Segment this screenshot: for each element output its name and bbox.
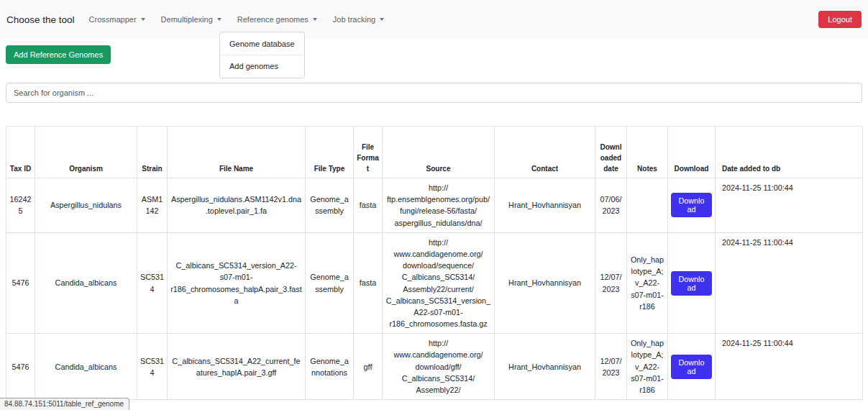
cell-file-name: C_albicans_SC5314_version_A22-s07-m01-r1… xyxy=(168,232,306,334)
caret-down-icon xyxy=(313,18,317,21)
logout-button[interactable]: Logout xyxy=(818,11,862,28)
cell-organism: Aspergillus_nidulans xyxy=(35,178,137,233)
cell-file-format: fasta xyxy=(354,232,383,334)
nav-item-crossmapper[interactable]: Crossmapper xyxy=(89,15,145,24)
dropdown-item-add-genomes[interactable]: Add genomes xyxy=(220,58,304,74)
cell-contact: Hrant_Hovhannisyan xyxy=(495,232,595,334)
caret-down-icon xyxy=(141,18,145,21)
nav-item-label: Reference genomes xyxy=(237,15,309,24)
main-content: Add Reference Genomes Tax IDOrganismStra… xyxy=(0,39,868,400)
caret-down-icon xyxy=(217,18,221,21)
table-body: 162425Aspergillus_nidulansASM1142Aspergi… xyxy=(6,178,863,400)
column-header-file-type: File Type xyxy=(306,127,354,178)
cell-date-added: 2024-11-25 11:00:44 xyxy=(716,178,863,233)
reference-genomes-table: Tax IDOrganismStrainFile NameFile TypeFi… xyxy=(6,126,863,400)
download-button[interactable]: Download xyxy=(671,355,712,379)
column-header-downloaded-date: Downloaded date xyxy=(595,127,627,178)
nav-item-job-tracking[interactable]: Job tracking xyxy=(333,15,384,24)
table-row: 162425Aspergillus_nidulansASM1142Aspergi… xyxy=(6,178,863,233)
cell-tax-id: 162425 xyxy=(6,178,35,233)
column-header-tax-id: Tax ID xyxy=(6,127,35,178)
cell-strain: SC5314 xyxy=(137,232,168,334)
caret-down-icon xyxy=(380,18,384,21)
column-header-date-added: Date added to db xyxy=(716,127,863,178)
column-header-file-format: File Format xyxy=(354,127,383,178)
app-brand: Choose the tool xyxy=(6,14,75,25)
nav-item-label: Crossmapper xyxy=(89,15,137,24)
cell-date-added: 2024-11-25 11:00:44 xyxy=(716,334,863,400)
cell-download: Download xyxy=(668,334,716,400)
cell-tax-id: 5476 xyxy=(6,232,35,334)
top-navbar: Choose the tool Crossmapper Demultiplexi… xyxy=(0,0,868,39)
cell-file-type: Genome_assembly xyxy=(306,232,354,334)
cell-contact: Hrant_Hovhannisyan xyxy=(495,178,595,233)
cell-notes: Only_haplotype_A;v_A22-s07-m01-r186 xyxy=(627,334,668,400)
cell-source: http:/​/​www.candidagenome.org/​download… xyxy=(383,334,495,400)
table-row: 5476Candida_albicansSC5314C_albicans_SC5… xyxy=(6,232,863,334)
cell-downloaded-date: 07/06/2023 xyxy=(595,178,627,233)
cell-file-name: C_albicans_SC5314_A22_current_features_h… xyxy=(168,334,306,400)
cell-download: Download xyxy=(668,178,716,233)
cell-downloaded-date: 12/07/2023 xyxy=(595,232,627,334)
column-header-source: Source xyxy=(383,127,495,178)
column-header-download: Download xyxy=(668,127,716,178)
nav-item-reference-genomes[interactable]: Reference genomes xyxy=(237,15,317,24)
cell-download: Download xyxy=(668,232,716,334)
table-header-row: Tax IDOrganismStrainFile NameFile TypeFi… xyxy=(6,127,863,178)
cell-file-type: Genome_assembly xyxy=(306,178,354,233)
cell-tax-id: 5476 xyxy=(6,334,35,400)
dropdown-item-genome-database[interactable]: Genome database xyxy=(220,36,304,52)
cell-notes xyxy=(627,178,668,233)
dropdown-divider xyxy=(220,55,304,55)
cell-contact: Hrant_Hovhannisyan xyxy=(495,334,595,400)
cell-downloaded-date: 12/07/2023 xyxy=(595,334,627,400)
cell-source: http:/​/​ftp.ensemblgenomes.org/​pub/​fu… xyxy=(383,178,495,233)
nav-item-label: Demultiplexing xyxy=(161,15,213,24)
search-input[interactable] xyxy=(6,83,862,103)
add-reference-genomes-button[interactable]: Add Reference Genomes xyxy=(6,45,111,64)
column-header-notes: Notes xyxy=(627,127,668,178)
status-bar-link-preview: 84.88.74.151:5011/table_ref_genome xyxy=(0,398,129,410)
nav-item-label: Job tracking xyxy=(333,15,375,24)
cell-organism: Candida_albicans xyxy=(35,232,137,334)
cell-date-added: 2024-11-25 11:00:44 xyxy=(716,232,863,334)
column-header-file-name: File Name xyxy=(168,127,306,178)
download-button[interactable]: Download xyxy=(671,271,712,296)
cell-organism: Candida_albicans xyxy=(35,334,137,400)
column-header-contact: Contact xyxy=(495,127,595,178)
reference-genomes-dropdown: Genome database Add genomes xyxy=(219,32,305,78)
cell-file-name: Aspergillus_nidulans.ASM1142v1.dna.tople… xyxy=(168,178,306,233)
cell-strain: ASM1142 xyxy=(137,178,168,233)
download-button[interactable]: Download xyxy=(671,193,712,217)
cell-notes: Only_haplotype_A;v_A22-s07-m01-r186 xyxy=(627,232,668,334)
table-row: 5476Candida_albicansSC5314C_albicans_SC5… xyxy=(6,334,863,400)
column-header-organism: Organism xyxy=(35,127,137,178)
cell-file-type: Genome_annotations xyxy=(306,334,354,400)
column-header-strain: Strain xyxy=(137,127,168,178)
nav-item-demultiplexing[interactable]: Demultiplexing xyxy=(161,15,221,24)
cell-file-format: fasta xyxy=(354,178,383,233)
cell-file-format: gff xyxy=(354,334,383,400)
cell-source: http:/​/​www.candidagenome.org/​download… xyxy=(383,232,495,334)
cell-strain: SC5314 xyxy=(137,334,168,400)
